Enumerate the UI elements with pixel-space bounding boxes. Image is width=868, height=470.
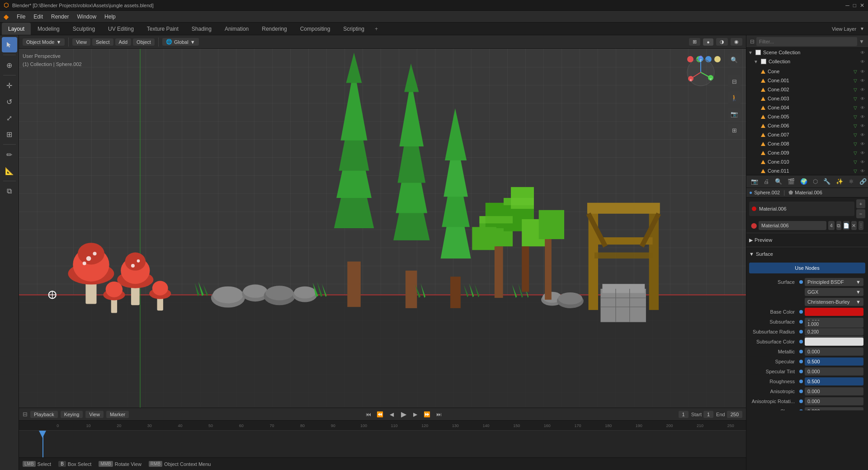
minimize-btn[interactable]: ─ <box>845 2 849 9</box>
tool-cursor[interactable]: ⊕ <box>2 57 17 73</box>
menu-help[interactable]: Help <box>101 13 119 21</box>
anisotropic-value[interactable]: 0.000 <box>805 387 863 395</box>
view-menu-tl[interactable]: View <box>85 411 104 418</box>
material-slot-list[interactable]: Material.006 <box>749 202 854 216</box>
prop-icon-particles[interactable]: ✨ <box>834 177 845 186</box>
anisotropic-rotation-value[interactable]: 0.000 <box>805 397 863 405</box>
jump-end-btn[interactable]: ⏭ <box>434 409 444 419</box>
tool-add[interactable]: ⧉ <box>2 183 17 199</box>
3d-viewport[interactable]: User Perspective (1) Collection | Sphere… <box>19 49 746 408</box>
marker-menu[interactable]: Marker <box>106 411 129 418</box>
tool-select-active[interactable] <box>2 37 17 52</box>
menu-render[interactable]: Render <box>47 13 72 21</box>
base-color-swatch[interactable] <box>805 308 863 316</box>
tab-layout[interactable]: Layout <box>2 23 31 35</box>
frame-val[interactable]: 1 <box>679 411 689 418</box>
outliner-item-cone005[interactable]: Cone.005 ▽ 👁 <box>746 112 868 121</box>
sheen-value[interactable]: 0.000 <box>805 407 863 410</box>
outliner-scene-collection[interactable]: ▼ Scene Collection 👁 <box>746 48 868 57</box>
cone-vis-3[interactable]: 👁 <box>859 95 866 102</box>
shading-rendered[interactable]: ◉ <box>731 38 742 46</box>
prev-frame-btn[interactable]: ◀ <box>387 409 397 419</box>
tab-uv-editing[interactable]: UV Editing <box>102 23 140 35</box>
prop-icon-scene[interactable]: 🎬 <box>786 177 797 186</box>
roughness-value[interactable]: 0.500 <box>805 377 863 385</box>
cone-vis-8[interactable]: 👁 <box>859 140 866 147</box>
mat-new-btn[interactable]: 📄 <box>843 221 849 230</box>
mat-user-count[interactable]: 4 <box>828 221 835 230</box>
subsurface-r-val[interactable]: 1.000 <box>805 320 863 328</box>
shading-material[interactable]: ◑ <box>716 38 728 46</box>
overlay-options[interactable]: ⊞ <box>689 38 700 46</box>
mat-delete-btn[interactable]: ✕ <box>851 221 856 230</box>
tool-measure[interactable]: 📐 <box>2 163 17 179</box>
render-region-btn[interactable]: ⊞ <box>728 124 741 136</box>
prop-icon-object[interactable]: ⬡ <box>811 177 820 186</box>
prop-icon-modifier[interactable]: 🔧 <box>821 177 832 186</box>
cone-vis-7[interactable]: 👁 <box>859 131 866 138</box>
tab-add[interactable]: + <box>371 23 382 35</box>
tab-animation[interactable]: Animation <box>218 23 255 35</box>
prop-icon-view[interactable]: 🔍 <box>773 177 784 186</box>
cone-vis-1[interactable]: 👁 <box>859 77 866 84</box>
outliner-item-cone004[interactable]: Cone.004 ▽ 👁 <box>746 103 868 112</box>
cone-vis-11[interactable]: 👁 <box>859 167 866 174</box>
next-frame-btn[interactable]: ▶ <box>410 409 420 419</box>
maximize-btn[interactable]: □ <box>853 2 856 9</box>
add-material-slot-btn[interactable]: + <box>856 199 865 208</box>
tool-annotate[interactable]: ✏ <box>2 147 17 162</box>
cone-vis-5[interactable]: 👁 <box>859 113 866 120</box>
tool-move[interactable]: ✛ <box>2 78 17 93</box>
preview-header[interactable]: ▶ Preview <box>749 235 865 245</box>
specular-value[interactable]: 0.500 <box>805 357 863 366</box>
zoom-in-btn[interactable]: 🔍 <box>728 53 741 66</box>
cone-vis-9[interactable]: 👁 <box>859 149 866 156</box>
metallic-value[interactable]: 0.000 <box>805 348 863 356</box>
distribution-dropdown[interactable]: GGX ▼ <box>805 288 863 296</box>
playback-menu[interactable]: Playback <box>30 411 58 418</box>
collection-vis[interactable]: 👁 <box>859 58 866 65</box>
use-nodes-btn[interactable]: Use Nodes <box>749 263 865 273</box>
prop-icon-physics[interactable]: ⚛ <box>847 177 856 186</box>
close-btn[interactable]: ✕ <box>860 2 864 9</box>
end-val[interactable]: 250 <box>727 411 742 418</box>
select-menu[interactable]: Select <box>92 38 113 46</box>
outliner-collection[interactable]: ▼ Collection 👁 <box>746 57 868 66</box>
tab-compositing[interactable]: Compositing <box>294 23 337 35</box>
transform-global[interactable]: 🌐 Global ▼ <box>162 38 199 46</box>
walk-mode-btn[interactable]: 🚶 <box>728 91 741 104</box>
specular-tint-value[interactable]: 0.000 <box>805 367 863 376</box>
prop-icon-world[interactable]: 🌍 <box>798 177 809 186</box>
outliner-item-cone011[interactable]: Cone.011 ▽ 👁 <box>746 166 868 175</box>
mat-settings-btn[interactable]: ⋮ <box>859 221 863 230</box>
remove-material-slot-btn[interactable]: − <box>856 209 865 218</box>
tool-rotate[interactable]: ↺ <box>2 94 17 109</box>
prop-icon-render[interactable]: 📷 <box>749 177 760 186</box>
tab-shading[interactable]: Shading <box>185 23 218 35</box>
mat-single-user-btn[interactable]: ⧉ <box>836 221 841 230</box>
outliner-item-cone003[interactable]: Cone.003 ▽ 👁 <box>746 94 868 103</box>
object-menu[interactable]: Object <box>133 38 155 46</box>
outliner-item-cone001[interactable]: Cone.001 ▽ 👁 <box>746 76 868 85</box>
jump-start-btn[interactable]: ⏮ <box>363 409 373 419</box>
view-menu[interactable]: View <box>72 38 90 46</box>
view-layer-dropdown-icon[interactable]: ▼ <box>860 26 864 31</box>
cone-vis-10[interactable]: 👁 <box>859 158 866 165</box>
tool-transform[interactable]: ⊞ <box>2 127 17 142</box>
tab-texture-paint[interactable]: Texture Paint <box>141 23 185 35</box>
surface-type-dropdown[interactable]: Principled BSDF ▼ <box>805 278 863 286</box>
add-menu[interactable]: Add <box>115 38 132 46</box>
keying-menu[interactable]: Keying <box>61 411 83 418</box>
filter-icon[interactable]: ▼ <box>859 38 864 45</box>
tab-rendering[interactable]: Rendering <box>255 23 293 35</box>
outliner-item-cone009[interactable]: Cone.009 ▽ 👁 <box>746 148 868 157</box>
next-keyframe-btn[interactable]: ⏩ <box>422 409 432 419</box>
outliner-item-cone006[interactable]: Cone.006 ▽ 👁 <box>746 121 868 130</box>
subsurface-method-dropdown[interactable]: Christensen-Burley ▼ <box>805 298 863 306</box>
mode-dropdown[interactable]: Object Mode ▼ <box>23 38 65 46</box>
camera-btn[interactable]: 📷 <box>728 108 741 120</box>
tab-sculpting[interactable]: Sculpting <box>66 23 101 35</box>
tool-scale[interactable]: ⤢ <box>2 110 17 126</box>
cone-vis-6[interactable]: 👁 <box>859 122 866 129</box>
cone-vis-2[interactable]: 👁 <box>859 86 866 93</box>
